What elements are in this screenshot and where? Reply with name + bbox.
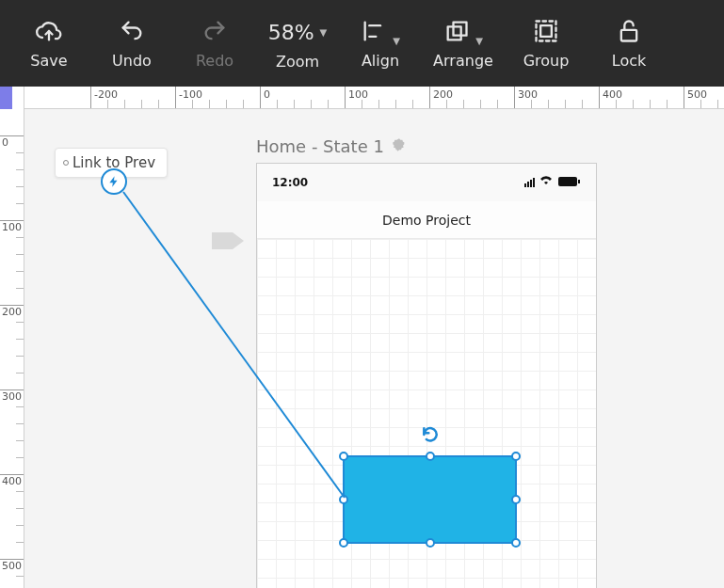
save-label: Save xyxy=(30,52,67,70)
arrange-label: Arrange xyxy=(433,52,493,70)
lock-label: Lock xyxy=(612,52,646,70)
svg-rect-11 xyxy=(578,180,580,183)
status-icons xyxy=(524,176,581,190)
rotate-handle[interactable] xyxy=(421,425,440,448)
resize-handle-w[interactable] xyxy=(339,495,348,504)
zoom-value: 58% xyxy=(268,21,314,44)
resize-handle-n[interactable] xyxy=(426,452,435,461)
resize-handle-s[interactable] xyxy=(426,538,435,548)
align-button[interactable]: ▼ Align xyxy=(339,0,422,87)
artboard-title: Home - State 1 xyxy=(256,136,384,156)
svg-rect-3 xyxy=(540,25,552,37)
svg-rect-9 xyxy=(533,178,535,187)
lock-open-icon xyxy=(616,18,642,48)
group-button[interactable]: Group xyxy=(505,0,587,87)
svg-rect-4 xyxy=(621,29,636,40)
redo-button[interactable]: Redo xyxy=(173,0,256,87)
resize-handle-nw[interactable] xyxy=(339,452,348,461)
resize-handle-ne[interactable] xyxy=(511,452,521,461)
align-label: Align xyxy=(362,52,399,70)
ruler-vertical[interactable]: 0100200300400500 xyxy=(0,87,24,588)
redo-icon xyxy=(201,18,228,48)
resize-handle-e[interactable] xyxy=(511,495,521,504)
svg-rect-10 xyxy=(558,177,577,186)
artboard-header-title: Demo Project xyxy=(382,213,471,228)
group-label: Group xyxy=(523,52,570,70)
undo-label: Undo xyxy=(112,52,152,70)
status-time: 12:00 xyxy=(272,176,308,189)
connector-dot-icon xyxy=(63,160,69,166)
undo-icon xyxy=(119,18,145,48)
design-canvas[interactable]: Link to Prev Home - State 1 12:00 Demo P… xyxy=(24,109,724,588)
redo-label: Redo xyxy=(196,52,233,70)
caret-down-icon: ▼ xyxy=(475,36,483,46)
cloud-upload-icon xyxy=(36,18,62,48)
ruler-origin[interactable] xyxy=(0,87,12,109)
main-toolbar: Save Undo Redo 58%▼ Zoom ▼ Align ▼ Arran… xyxy=(0,0,724,87)
resize-handle-se[interactable] xyxy=(511,538,521,548)
resize-handle-sw[interactable] xyxy=(339,538,348,548)
state-arrow-icon xyxy=(212,229,246,257)
zoom-label: Zoom xyxy=(276,53,319,71)
svg-rect-6 xyxy=(524,183,526,187)
ruler-horizontal[interactable]: -200-1000100200300400500 xyxy=(0,87,724,109)
group-icon xyxy=(533,18,559,48)
save-button[interactable]: Save xyxy=(8,0,90,87)
align-left-icon: ▼ xyxy=(361,18,400,48)
artboard-title-bar[interactable]: Home - State 1 xyxy=(256,136,407,156)
caret-down-icon: ▼ xyxy=(320,27,328,38)
arrange-icon: ▼ xyxy=(443,18,483,48)
artboard-header: Demo Project xyxy=(257,201,596,239)
svg-rect-2 xyxy=(537,21,556,40)
lock-button[interactable]: Lock xyxy=(587,0,670,87)
caret-down-icon: ▼ xyxy=(393,36,400,46)
zoom-control[interactable]: 58%▼ Zoom xyxy=(256,0,339,87)
gear-icon[interactable] xyxy=(392,136,407,156)
interaction-bolt-icon[interactable] xyxy=(101,168,127,195)
undo-button[interactable]: Undo xyxy=(90,0,173,87)
svg-rect-7 xyxy=(527,182,529,187)
svg-rect-8 xyxy=(530,180,532,187)
selected-rectangle-shape[interactable] xyxy=(343,455,517,544)
arrange-button[interactable]: ▼ Arrange xyxy=(422,0,505,87)
mobile-status-bar: 12:00 xyxy=(257,164,596,201)
